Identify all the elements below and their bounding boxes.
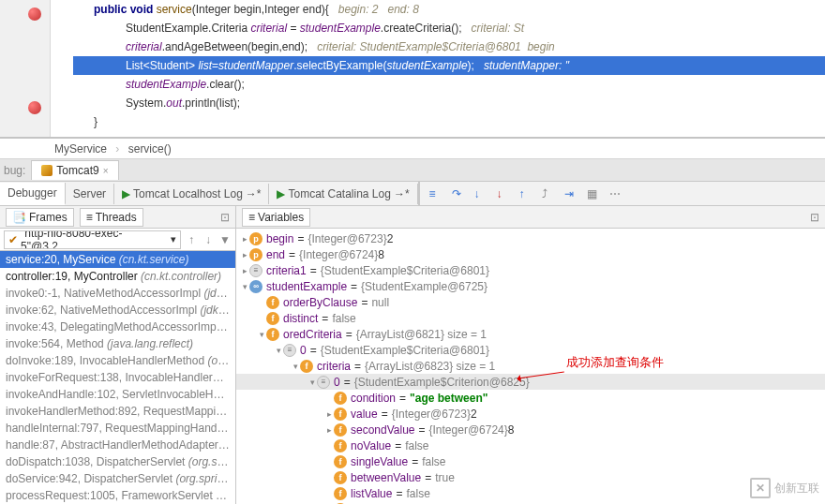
code-line[interactable]: studentExample.clear(); (73, 75, 825, 94)
variable-row[interactable]: fsingleValue=false (236, 453, 825, 469)
code-line[interactable]: } (73, 112, 825, 131)
tab-tomcat9[interactable]: Tomcat9 × (31, 160, 118, 180)
frame-list[interactable]: service:20, MyService (cn.kt.service)con… (0, 251, 235, 504)
variable-row[interactable]: fcriteria={ArrayList@6823} size = 1 (236, 358, 825, 374)
run-to-cursor-icon[interactable]: ⇥ (564, 187, 578, 200)
evaluate-icon[interactable]: ▦ (587, 187, 600, 200)
expand-icon[interactable] (257, 330, 266, 339)
expand-icon[interactable] (240, 250, 249, 259)
expand-icon[interactable] (308, 378, 317, 387)
var-badge-icon: f (334, 455, 347, 468)
variable-row[interactable]: ≡criteria1={StudentExample$Criteria@6801… (236, 262, 825, 278)
expand-icon[interactable] (240, 234, 249, 244)
expand-icon[interactable] (324, 409, 334, 419)
breakpoint-icon[interactable] (28, 7, 41, 21)
debug-toolbar: ≡ ↷ ↓ ↓ ↑ ⤴ ⇥ ▦ ⋯ (418, 182, 632, 205)
breakpoint-icon[interactable] (28, 101, 41, 114)
tab-debugger[interactable]: Debugger (0, 183, 66, 205)
var-badge-icon: ∞ (249, 280, 262, 293)
debug-sub-tabs: Debugger Server ▶Tomcat Localhost Log →*… (0, 182, 825, 206)
show-execution-icon[interactable]: ≡ (429, 187, 442, 200)
annotation-text: 成功添加查询条件 (566, 354, 664, 371)
thread-selector[interactable]: ✔ "http-nio-8080-exec-5"@3,2... ▾ (4, 230, 181, 249)
var-badge-icon: f (334, 392, 347, 405)
frame-item[interactable]: invoke:43, DelegatingMethodAccessorImpl … (0, 319, 235, 335)
tab-server[interactable]: Server (66, 184, 114, 204)
restore-layout-icon[interactable]: ⊡ (220, 211, 230, 224)
frame-item[interactable]: doService:942, DispatcherServlet (org.sp… (0, 470, 235, 487)
variable-row[interactable]: pbegin={Integer@6723} 2 (236, 230, 825, 246)
debug-label: bug: (0, 164, 29, 177)
frame-item[interactable]: invoke:62, NativeMethodAccessorImpl (jdk… (0, 302, 235, 319)
watermark-logo-icon: ✕ (750, 478, 771, 498)
variable-row[interactable]: fdistinct=false (236, 310, 825, 326)
variables-tree[interactable]: pbegin={Integer@6723} 2pend={Integer@672… (236, 229, 825, 504)
expand-icon[interactable] (324, 425, 334, 435)
code-line[interactable]: public void service(Integer begin,Intege… (73, 0, 825, 19)
variable-row[interactable]: fcondition="age between" (236, 390, 825, 406)
breadcrumb-class[interactable]: MyService (54, 142, 107, 156)
expand-icon[interactable] (240, 266, 249, 275)
variable-row[interactable]: fsecondValue={Integer@6724} 8 (236, 422, 825, 437)
variable-row[interactable]: forderByClause=null (236, 294, 825, 310)
next-frame-icon[interactable]: ↓ (202, 233, 215, 246)
variable-row[interactable]: pend={Integer@6724} 8 (236, 246, 825, 262)
code-line[interactable]: criterial.andAgeBetween(begin,end); crit… (73, 37, 825, 56)
frame-item[interactable]: service:20, MyService (cn.kt.service) (0, 251, 235, 268)
run-tab-strip: bug: Tomcat9 × (0, 159, 825, 182)
tab-localhost-log[interactable]: ▶Tomcat Localhost Log →* (114, 184, 269, 204)
frame-item[interactable]: invoke:564, Method (java.lang.reflect) (0, 335, 235, 352)
force-step-into-icon[interactable]: ↓ (497, 187, 510, 200)
more-icon[interactable]: ⋯ (609, 187, 622, 200)
frame-item[interactable]: handleInternal:797, RequestMappingHandle… (0, 420, 235, 437)
tomcat-icon (41, 165, 52, 176)
code-line[interactable]: System.out.println(list); (73, 94, 825, 112)
frame-item[interactable]: invoke0:-1, NativeMethodAccessorImpl (jd… (0, 285, 235, 302)
frame-item[interactable]: doInvoke:189, InvocableHandlerMethod (or… (0, 352, 235, 369)
expand-icon[interactable] (291, 362, 300, 371)
filter-icon[interactable]: ▼ (218, 233, 232, 246)
drop-frame-icon[interactable]: ⤴ (542, 187, 555, 200)
code-line[interactable]: StudentExample.Criteria criterial = stud… (73, 19, 825, 37)
step-out-icon[interactable]: ↑ (519, 187, 532, 200)
var-badge-icon: f (334, 423, 347, 437)
var-badge-icon: f (334, 487, 347, 500)
breadcrumb[interactable]: MyService › service() (0, 139, 825, 159)
run-icon: ▶ (277, 187, 285, 200)
code-line[interactable]: List<Student> list=studentMapper.selectB… (73, 56, 825, 75)
restore-layout-icon[interactable]: ⊡ (810, 211, 819, 224)
frame-item[interactable]: invokeAndHandle:102, ServletInvocableHan… (0, 386, 235, 403)
editor-gutter[interactable] (0, 0, 51, 137)
frame-item[interactable]: controller:19, MyController (cn.kt.contr… (0, 268, 235, 285)
close-icon[interactable]: × (103, 166, 109, 176)
var-badge-icon: f (334, 408, 347, 421)
threads-tab[interactable]: ≡ Threads (80, 208, 143, 227)
frames-tab[interactable]: 📑 Frames (6, 208, 74, 227)
frame-item[interactable]: invokeHandlerMethod:892, RequestMappingH… (0, 403, 235, 420)
tab-catalina-log[interactable]: ▶Tomcat Catalina Log →* (269, 184, 417, 204)
variables-tab[interactable]: ≡ Variables (242, 208, 310, 227)
step-into-icon[interactable]: ↓ (474, 187, 488, 200)
frame-item[interactable]: doDispatch:1038, DispatcherServlet (org.… (0, 453, 235, 470)
variable-row[interactable]: flistValue=false (236, 485, 825, 501)
variable-row[interactable]: fnoValue=false (236, 437, 825, 453)
frame-item[interactable]: invokeForRequest:138, InvocableHandlerMe… (0, 369, 235, 386)
var-badge-icon: f (266, 296, 279, 309)
step-over-icon[interactable]: ↷ (452, 187, 465, 200)
var-badge-icon: f (300, 360, 313, 373)
var-badge-icon: f (266, 328, 279, 341)
expand-icon[interactable] (274, 346, 283, 355)
frames-panel: 📑 Frames ≡ Threads ⊡ ✔ "http-nio-8080-ex… (0, 206, 236, 504)
variable-row[interactable]: fbetweenValue=true (236, 469, 825, 485)
variables-panel: ≡ Variables ⊡ pbegin={Integer@6723} 2pen… (236, 206, 825, 504)
variable-row[interactable]: fvalue={Integer@6723} 2 (236, 406, 825, 422)
variable-row[interactable]: ≡0={StudentExample$Criteria@6801} (236, 342, 825, 358)
variable-row[interactable]: ∞studentExample={StudentExample@6725} (236, 278, 825, 294)
frame-item[interactable]: handle:87, AbstractHandlerMethodAdapter … (0, 437, 235, 453)
prev-frame-icon[interactable]: ↑ (185, 233, 198, 246)
variable-row[interactable]: foredCriteria={ArrayList@6821} size = 1 (236, 326, 825, 342)
breadcrumb-method[interactable]: service() (128, 142, 172, 156)
frame-item[interactable]: processRequest:1005, FrameworkServlet (o… (0, 487, 235, 504)
code-editor[interactable]: public void service(Integer begin,Intege… (0, 0, 825, 139)
expand-icon[interactable] (240, 282, 249, 291)
